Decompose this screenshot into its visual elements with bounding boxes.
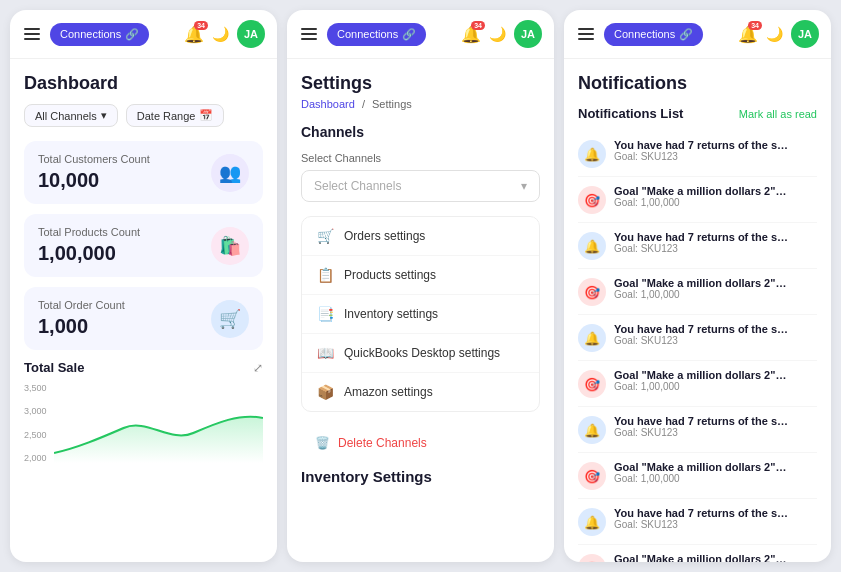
- settings-topbar: Connections 🔗 🔔 34 🌙 JA: [287, 10, 554, 59]
- notification-text: You have had 7 returns of the same pGoal…: [614, 231, 789, 254]
- select-channels-label: Select Channels: [301, 152, 540, 164]
- notification-sub-text: Goal: SKU123: [614, 243, 789, 254]
- notification-bell-icon: 🔔: [578, 232, 606, 260]
- orders-stat-info: Total Order Count 1,000: [38, 299, 125, 338]
- products-stat-info: Total Products Count 1,00,000: [38, 226, 140, 265]
- total-sale-header: Total Sale ⤢: [24, 360, 263, 375]
- link-icon-3: 🔗: [679, 28, 693, 41]
- link-icon-2: 🔗: [402, 28, 416, 41]
- link-icon: 🔗: [125, 28, 139, 41]
- notification-item[interactable]: 🔔You have had 7 returns of the same pGoa…: [578, 499, 817, 545]
- notification-sub-text: Goal: SKU123: [614, 427, 789, 438]
- settings-connections-button[interactable]: Connections 🔗: [327, 23, 426, 46]
- breadcrumb-home[interactable]: Dashboard: [301, 98, 355, 110]
- notification-main-text: You have had 7 returns of the same p: [614, 139, 789, 151]
- notification-item[interactable]: 🔔You have had 7 returns of the same pGoa…: [578, 407, 817, 453]
- mark-all-read-button[interactable]: Mark all as read: [739, 108, 817, 120]
- notification-item[interactable]: 🎯Goal "Make a million dollars 2" has bee…: [578, 269, 817, 315]
- amazon-settings-item[interactable]: 📦 Amazon settings: [302, 373, 539, 411]
- notification-bell-icon: 🔔: [578, 324, 606, 352]
- notifications-connections-button[interactable]: Connections 🔗: [604, 23, 703, 46]
- expand-icon[interactable]: ⤢: [253, 361, 263, 375]
- inventory-section-title: Inventory Settings: [301, 460, 540, 485]
- notification-sub-text: Goal: SKU123: [614, 519, 789, 530]
- notification-button[interactable]: 🔔 34: [184, 25, 204, 44]
- settings-notification-badge: 34: [471, 21, 485, 30]
- notification-item[interactable]: 🔔You have had 7 returns of the same pGoa…: [578, 223, 817, 269]
- notifications-panel: Connections 🔗 🔔 34 🌙 JA Notifications No…: [564, 10, 831, 562]
- notifications-menu-icon[interactable]: [576, 26, 596, 42]
- notification-text: Goal "Make a million dollars 2" has beeG…: [614, 277, 789, 300]
- chart-labels: 3,500 3,000 2,500 2,000: [24, 383, 47, 463]
- filter-row: All Channels ▾ Date Range 📅: [24, 104, 263, 127]
- calendar-icon: 📅: [199, 109, 213, 122]
- avatar[interactable]: JA: [237, 20, 265, 48]
- notification-sub-text: Goal: 1,00,000: [614, 197, 789, 208]
- settings-avatar[interactable]: JA: [514, 20, 542, 48]
- channels-section-title: Channels: [301, 124, 540, 140]
- quickbooks-settings-label: QuickBooks Desktop settings: [344, 346, 500, 360]
- notifications-list-header: Notifications List Mark all as read: [578, 106, 817, 121]
- notification-text: You have had 7 returns of the same pGoal…: [614, 139, 789, 162]
- notification-main-text: You have had 7 returns of the same p: [614, 231, 789, 243]
- notifications-list-title: Notifications List: [578, 106, 683, 121]
- connections-button[interactable]: Connections 🔗: [50, 23, 149, 46]
- quickbooks-settings-item[interactable]: 📖 QuickBooks Desktop settings: [302, 334, 539, 373]
- inventory-settings-item[interactable]: 📑 Inventory settings: [302, 295, 539, 334]
- notification-main-text: Goal "Make a million dollars 2" has bee: [614, 277, 789, 289]
- notification-item[interactable]: 🔔You have had 7 returns of the same pGoa…: [578, 131, 817, 177]
- channels-dropdown[interactable]: Select Channels ▾: [301, 170, 540, 202]
- notification-item[interactable]: 🎯Goal "Make a million dollars 2" has bee…: [578, 453, 817, 499]
- notification-bell-icon: 🔔: [578, 508, 606, 536]
- channels-filter[interactable]: All Channels ▾: [24, 104, 118, 127]
- inventory-settings-icon: 📑: [316, 306, 334, 322]
- notification-item[interactable]: 🎯Goal "Make a million dollars 2" has beG…: [578, 177, 817, 223]
- notifications-avatar[interactable]: JA: [791, 20, 819, 48]
- orders-settings-item[interactable]: 🛒 Orders settings: [302, 217, 539, 256]
- notifications-dark-mode-icon[interactable]: 🌙: [766, 26, 783, 42]
- products-stat-icon: 🛍️: [211, 227, 249, 265]
- breadcrumb-current: Settings: [372, 98, 412, 110]
- settings-menu-icon[interactable]: [299, 26, 319, 42]
- notification-bell-icon: 🔔: [578, 416, 606, 444]
- customers-stat-info: Total Customers Count 10,000: [38, 153, 150, 192]
- notifications-content: Notifications Notifications List Mark al…: [564, 59, 831, 562]
- notification-text: Goal "Make a million dollars 2" has beGo…: [614, 553, 789, 562]
- settings-dark-mode-icon[interactable]: 🌙: [489, 26, 506, 42]
- orders-settings-label: Orders settings: [344, 229, 425, 243]
- orders-stat-icon: 🛒: [211, 300, 249, 338]
- products-settings-item[interactable]: 📋 Products settings: [302, 256, 539, 295]
- date-range-filter[interactable]: Date Range 📅: [126, 104, 225, 127]
- notification-item[interactable]: 🎯Goal "Make a million dollars 2" has beG…: [578, 545, 817, 562]
- dashboard-title: Dashboard: [24, 73, 263, 94]
- notification-sub-text: Goal: 1,00,000: [614, 289, 789, 300]
- notification-item[interactable]: 🔔You have had 7 returns of the same pGoa…: [578, 315, 817, 361]
- notification-main-text: Goal "Make a million dollars 2" has bee: [614, 461, 789, 473]
- notification-sub-text: Goal: SKU123: [614, 335, 789, 346]
- customers-stat-label: Total Customers Count: [38, 153, 150, 165]
- notification-main-text: Goal "Make a million dollars 2" has be: [614, 185, 789, 197]
- chart-line-area: [54, 383, 263, 463]
- orders-settings-icon: 🛒: [316, 228, 334, 244]
- notification-text: Goal "Make a million dollars 2" has beeG…: [614, 461, 789, 484]
- dashboard-panel: Connections 🔗 🔔 34 🌙 JA Dashboard All Ch…: [10, 10, 277, 562]
- settings-notification-button[interactable]: 🔔 34: [461, 25, 481, 44]
- notification-target-icon: 🎯: [578, 278, 606, 306]
- settings-title: Settings: [301, 73, 540, 94]
- notification-main-text: You have had 7 returns of the same p: [614, 507, 789, 519]
- customers-stat-value: 10,000: [38, 169, 150, 192]
- notification-text: You have had 7 returns of the same pGoal…: [614, 507, 789, 530]
- menu-icon[interactable]: [22, 26, 42, 42]
- notification-main-text: Goal "Make a million dollars 2" has be: [614, 553, 789, 562]
- customers-stat-card: Total Customers Count 10,000 👥: [24, 141, 263, 204]
- notifications-topbar: Connections 🔗 🔔 34 🌙 JA: [564, 10, 831, 59]
- dark-mode-icon[interactable]: 🌙: [212, 26, 229, 42]
- chart-label-3000: 3,000: [24, 406, 47, 416]
- chart-label-2000: 2,000: [24, 453, 47, 463]
- chart-svg: [54, 383, 263, 463]
- delete-channels-button[interactable]: 🗑️ Delete Channels: [301, 426, 540, 460]
- notifications-notification-button[interactable]: 🔔 34: [738, 25, 758, 44]
- notification-sub-text: Goal: SKU123: [614, 151, 789, 162]
- notification-item[interactable]: 🎯Goal "Make a million dollars 2" has bee…: [578, 361, 817, 407]
- orders-stat-value: 1,000: [38, 315, 125, 338]
